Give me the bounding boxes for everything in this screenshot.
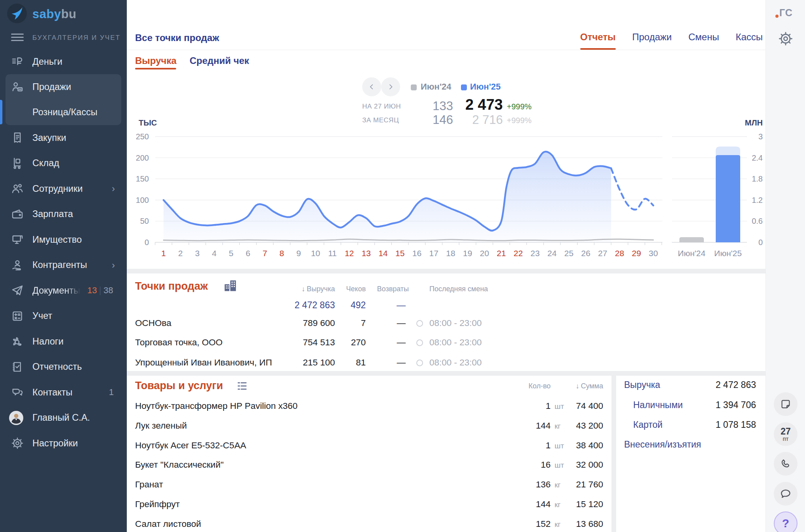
sales-point-revenue: 789 600 <box>256 318 335 328</box>
product-qty: 1 <box>503 440 551 451</box>
stat-delta: +999% <box>507 116 532 125</box>
svg-text:1: 1 <box>161 249 166 258</box>
svg-text:200: 200 <box>136 154 149 162</box>
section-gap <box>127 371 766 376</box>
product-sum: 38 400 <box>564 440 603 451</box>
saby-logo[interactable] <box>7 4 27 23</box>
svg-text:8: 8 <box>279 249 284 258</box>
brand-wordmark[interactable]: sabybu <box>32 7 77 21</box>
total-returns: — <box>369 300 406 311</box>
column-header-qty[interactable]: Кол-во <box>503 382 551 390</box>
sidebar-item-salary[interactable]: Зарплата <box>0 202 127 227</box>
product-name[interactable]: Салат листовой <box>135 519 201 529</box>
sidebar-item-documents[interactable]: Документы1338 <box>0 278 127 303</box>
svg-text:30: 30 <box>649 249 658 258</box>
svg-text:ТЫС: ТЫС <box>139 118 157 127</box>
products-title[interactable]: Товары и услуги <box>135 380 223 392</box>
summary-value: 1 394 706 <box>638 400 756 410</box>
sidebar-item-label: Деньги <box>32 56 62 67</box>
product-name[interactable]: Ноутбук Acer E5-532-C5AA <box>135 440 246 451</box>
sidebar-item-label: Склад <box>32 158 59 169</box>
product-name[interactable]: Гранат <box>135 480 163 490</box>
app: { "brand": {"logo_part1": "saby", "logo_… <box>0 0 805 532</box>
sidebar-item-label: Зарплата <box>32 209 73 219</box>
summary-label[interactable]: Внесения/изъятия <box>624 439 701 450</box>
sidebar: sabybu БУХГАЛТЕРИЯ И УЧЕТ ДеньгиПродажиР… <box>0 0 127 532</box>
calendar-button[interactable]: 27 пт <box>774 422 797 446</box>
accounting-icon <box>10 309 24 323</box>
sidebar-item-warehouse[interactable]: Склад <box>0 151 127 176</box>
svg-text:1.2: 1.2 <box>752 196 763 204</box>
product-sum: 74 400 <box>564 401 603 411</box>
svg-text:7: 7 <box>263 249 267 258</box>
svg-text:11: 11 <box>328 249 337 258</box>
svg-text:21: 21 <box>497 249 506 258</box>
contacts-icon <box>10 385 24 399</box>
stat-current-value: 2 716 <box>404 113 503 127</box>
phone-icon <box>780 458 792 470</box>
svg-text:15: 15 <box>395 249 404 258</box>
column-header-sum[interactable]: ↓Сумма <box>556 382 603 390</box>
product-name[interactable]: Ноутбук-трансформер HP Pavilion x360 <box>135 401 297 411</box>
sidebar-item-property[interactable]: Имущество <box>0 227 127 252</box>
sales-points-title[interactable]: Точки продаж <box>135 280 208 292</box>
sales-point-name[interactable]: ОСНОва <box>135 318 171 328</box>
menu-toggle-icon[interactable] <box>11 34 24 41</box>
employees-icon <box>10 182 24 196</box>
column-header-returns[interactable]: Возвраты <box>369 285 409 293</box>
note-icon <box>780 398 792 410</box>
building-icon[interactable] <box>223 279 237 294</box>
product-name[interactable]: Грейпфрут <box>135 499 180 510</box>
help-label: ? <box>782 517 789 530</box>
help-button[interactable]: ? <box>774 511 797 532</box>
svg-text:6: 6 <box>246 249 250 258</box>
sidebar-item-user[interactable]: Главный С.А. <box>0 405 127 431</box>
sidebar-item-settings[interactable]: Настройки <box>0 431 127 456</box>
notes-button[interactable] <box>774 392 797 416</box>
product-sum: 21 760 <box>564 480 603 490</box>
sales-point-name[interactable]: Торговая точка, ООО <box>135 337 223 348</box>
sidebar-item-money[interactable]: Деньги <box>0 49 127 74</box>
sidebar-item-contractors[interactable]: Контрагенты› <box>0 253 127 278</box>
contractors-icon <box>10 258 24 272</box>
phone-button[interactable] <box>774 452 797 476</box>
sidebar-item-sales[interactable]: Продажи <box>0 74 127 99</box>
column-header-checks[interactable]: Чеков <box>326 285 366 293</box>
product-qty: 1 <box>503 401 551 411</box>
sidebar-item-contacts[interactable]: Контакты1 <box>0 380 127 405</box>
sidebar-item-reporting[interactable]: Отчетность <box>0 354 127 380</box>
legend-label[interactable]: Июн'24 <box>421 82 451 92</box>
svg-text:Июн'25: Июн'25 <box>714 249 742 258</box>
sales-point-name[interactable]: Упрощенный Иван Иванович, ИП <box>135 358 272 368</box>
shift-hours: 08:00 - 23:00 <box>429 358 482 368</box>
calendar-day: 27 <box>781 427 791 436</box>
legend-label[interactable]: Июн'25 <box>470 82 501 92</box>
sidebar-item-accounting[interactable]: Учет <box>0 303 127 329</box>
gear-icon[interactable] <box>778 31 794 47</box>
calendar-weekday: пт <box>783 436 789 442</box>
svg-text:23: 23 <box>530 249 540 258</box>
chevron-right-icon: › <box>112 183 115 194</box>
product-unit: кг <box>555 422 560 431</box>
column-header-revenue[interactable]: ↓Выручка <box>256 285 335 293</box>
chevron-right-icon: › <box>112 260 115 271</box>
svg-text:5: 5 <box>229 249 233 258</box>
svg-text:13: 13 <box>361 249 371 258</box>
sidebar-item-taxes[interactable]: Налоги <box>0 329 127 354</box>
sidebar-item-retail-kassy[interactable]: Розница/Кассы <box>0 100 127 125</box>
avatar <box>9 411 23 425</box>
svg-text:0.6: 0.6 <box>752 217 763 225</box>
chat-button[interactable] <box>774 482 797 506</box>
product-name[interactable]: Букет "Классический" <box>135 460 224 470</box>
list-icon[interactable] <box>236 380 248 394</box>
sidebar-item-label: Имущество <box>32 234 82 245</box>
svg-text:26: 26 <box>581 249 590 258</box>
sidebar-item-purchases[interactable]: Закупки <box>0 125 127 150</box>
product-name[interactable]: Лук зеленый <box>135 421 187 431</box>
svg-text:3: 3 <box>195 249 200 258</box>
gos-services-icon[interactable]: ГС <box>779 7 793 19</box>
sidebar-item-employees[interactable]: Сотрудники› <box>0 176 127 201</box>
svg-text:3: 3 <box>758 132 763 141</box>
column-header-last-shift[interactable]: Последняя смена <box>429 285 488 293</box>
svg-text:18: 18 <box>446 249 455 258</box>
